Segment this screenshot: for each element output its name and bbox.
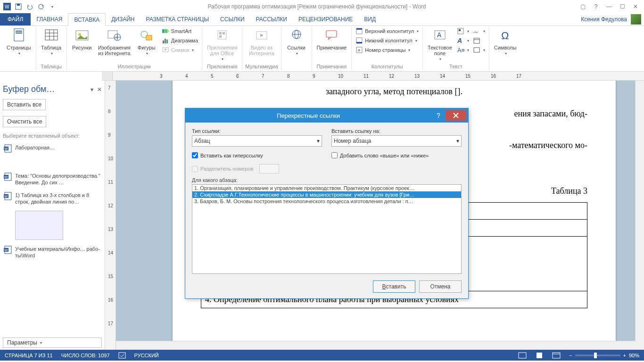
undo-icon[interactable] [25, 1, 35, 12]
tab-view[interactable]: ВИД [358, 13, 381, 25]
clip-item[interactable] [3, 208, 102, 243]
clip-item[interactable]: WУчебные материалы\Инфо… рабо-ты\Word [3, 243, 102, 262]
zoom-slider[interactable] [575, 354, 620, 356]
page-indicator[interactable]: СТРАНИЦА 7 ИЗ 11 [5, 353, 53, 358]
proofing-icon[interactable] [118, 352, 126, 359]
svg-text:W: W [5, 4, 9, 9]
online-video-button[interactable]: Видео из Интернета [247, 27, 276, 57]
zoom-level[interactable]: 90% [629, 353, 639, 358]
list-item[interactable]: 2. Схиртладзе А.Г.Технологические процес… [192, 191, 461, 198]
footer-button[interactable]: Нижний колонтитул▾ [355, 36, 420, 45]
insert-button[interactable]: Вставить [373, 280, 415, 293]
pane-options-icon[interactable]: ▾ [91, 86, 93, 93]
datetime-button[interactable] [472, 36, 486, 45]
clip-item[interactable]: WТема: "Основы делопроизводства." Введен… [3, 170, 102, 189]
tab-design[interactable]: ДИЗАЙН [106, 13, 140, 25]
ribbon-options-icon[interactable]: ▢ [576, 1, 589, 12]
shapes-button[interactable]: Фигуры▾ [134, 27, 159, 57]
word-doc-icon: W [4, 144, 12, 153]
symbols-button[interactable]: Ω Символы▾ [492, 27, 519, 57]
hyperlink-checkbox[interactable]: Вставить как гиперссылку [192, 152, 322, 158]
chevron-down-icon: ▾ [467, 29, 469, 33]
help-icon[interactable]: ? [589, 1, 603, 12]
dialog-close-icon[interactable] [446, 110, 466, 121]
dropcap-button[interactable]: A≡▾ [456, 46, 470, 54]
insert-ref-label: Вставить ссылку на: [331, 128, 462, 134]
ribbon-tabs: ФАЙЛ ГЛАВНАЯ ВСТАВКА ДИЗАЙН РАЗМЕТКА СТР… [0, 13, 644, 26]
list-item[interactable]: 1. Организация, планирование и управлени… [192, 185, 461, 191]
object-button[interactable]: ▾ [472, 46, 486, 54]
comment-button[interactable]: Примечание [315, 27, 349, 51]
table-button[interactable]: Таблица▾ [39, 27, 64, 57]
above-below-checkbox[interactable]: Добавить слово «выше» или «ниже» [331, 152, 462, 158]
clip-item[interactable]: W1) Таблица из 3-х столбцов и 8 строк, д… [3, 189, 102, 208]
zoom-out-icon[interactable]: − [569, 353, 572, 358]
paste-all-button[interactable]: Вставить все [3, 99, 46, 110]
chart-button[interactable]: Диаграмма [161, 36, 199, 45]
group-illustrations: Рисунки Изображения из Интернета Фигуры▾… [67, 27, 202, 70]
vertical-ruler[interactable]: 7 8 9 10 11 12 13 14 15 16 17 [105, 81, 116, 350]
svg-rect-27 [219, 32, 222, 34]
horizontal-ruler[interactable]: 34567891011121314151617 [102, 72, 644, 81]
zoom-control[interactable]: − + 90% [569, 353, 639, 358]
signature-button[interactable]: ▾ [472, 27, 486, 35]
wordart-button[interactable]: A▾ [456, 36, 470, 45]
tab-home[interactable]: ГЛАВНАЯ [31, 13, 68, 25]
tab-mailings[interactable]: РАССЫЛКИ [250, 13, 293, 25]
tab-insert[interactable]: ВСТАВКА [68, 13, 106, 26]
pages-button[interactable]: Страницы▾ [5, 27, 33, 57]
group-pages: Страницы▾ [2, 27, 36, 70]
view-print-icon[interactable] [535, 352, 544, 359]
ref-type-select[interactable]: Абзац▾ [192, 135, 322, 147]
view-web-icon[interactable] [552, 352, 561, 359]
save-icon[interactable] [13, 1, 24, 12]
clip-thumbnail [15, 211, 63, 240]
list-item[interactable]: 3. Базров, Б. М. Основы построения техно… [192, 198, 461, 205]
header-button[interactable]: Верхний колонтитул▾ [355, 27, 420, 35]
word-doc-icon: W [4, 173, 12, 181]
dialog-titlebar[interactable]: Перекрестные ссылки ? [185, 108, 468, 123]
links-button[interactable]: Ссылки▾ [284, 27, 309, 57]
screenshot-button[interactable]: Снимок▾ [161, 46, 199, 54]
online-images-button[interactable]: Изображения из Интернета [96, 27, 132, 57]
dialog-title: Перекрестные ссылки [185, 112, 431, 119]
pictures-button[interactable]: Рисунки [70, 27, 94, 51]
insert-ref-select[interactable]: Номер абзаца▾ [331, 135, 462, 147]
close-icon[interactable]: ✕ [629, 1, 642, 12]
qat-customize-icon[interactable]: ▾ [47, 1, 58, 12]
clip-item[interactable]: WЛабораторная… [3, 141, 102, 156]
clear-all-button[interactable]: Очистить все [3, 116, 46, 127]
page-icon [11, 28, 26, 43]
paragraph-listbox[interactable]: 1. Организация, планирование и управлени… [192, 184, 462, 274]
svg-text:W: W [4, 147, 8, 151]
user-account[interactable]: Ксения Федулова [581, 13, 641, 25]
svg-rect-63 [119, 353, 125, 358]
tab-layout[interactable]: РАЗМЕТКА СТРАНИЦЫ [140, 13, 215, 25]
svg-rect-66 [553, 353, 560, 358]
maximize-icon[interactable]: ☐ [616, 1, 629, 12]
tab-references[interactable]: ССЫЛКИ [215, 13, 250, 25]
quickparts-button[interactable]: ▾ [456, 27, 470, 35]
page-number-button[interactable]: #Номер страницы▾ [355, 46, 420, 54]
pane-close-icon[interactable]: ✕ [97, 86, 102, 93]
document-area[interactable]: западного угла, метод потенциалов []. ен… [116, 81, 644, 350]
clipboard-options-button[interactable]: Параметры▾ [3, 337, 102, 348]
word-count[interactable]: ЧИСЛО СЛОВ: 1097 [61, 353, 110, 358]
horizontal-scrollbar[interactable] [116, 341, 636, 350]
dialog-help-icon[interactable]: ? [431, 112, 446, 119]
minimize-icon[interactable]: — [603, 1, 616, 12]
view-read-icon[interactable] [518, 352, 527, 359]
smartart-button[interactable]: SmartArt [161, 27, 199, 35]
textbox-button[interactable]: A Текстовое поле▾ [426, 27, 454, 62]
cancel-button[interactable]: Отмена [419, 280, 462, 293]
apps-button[interactable]: Приложения для Office▾ [205, 27, 239, 62]
language-indicator[interactable]: РУССКИЙ [134, 353, 159, 358]
svg-rect-23 [166, 40, 168, 43]
zoom-in-icon[interactable]: + [623, 353, 626, 358]
thumb-icon [4, 211, 12, 219]
tab-review[interactable]: РЕЦЕНЗИРОВАНИЕ [293, 13, 358, 25]
tab-file[interactable]: ФАЙЛ [0, 13, 31, 25]
vertical-scrollbar[interactable] [635, 81, 644, 350]
svg-rect-20 [165, 29, 167, 33]
redo-icon[interactable] [36, 1, 46, 12]
